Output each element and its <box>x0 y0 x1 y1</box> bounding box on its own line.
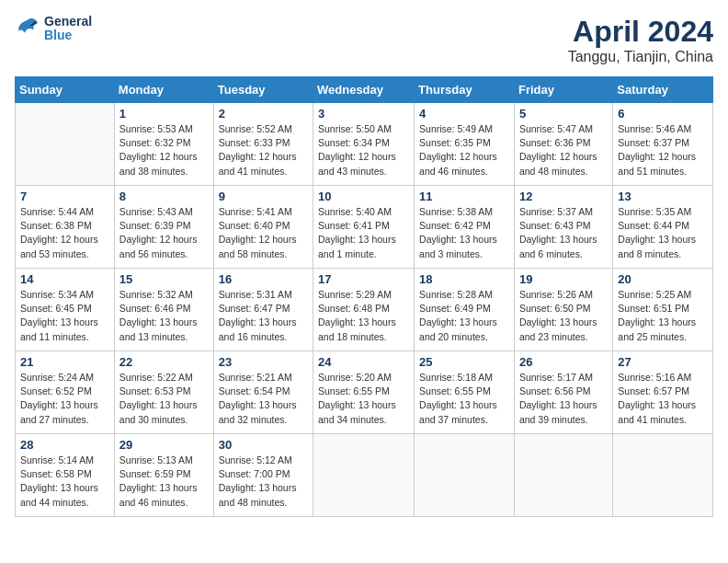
day-number: 5 <box>519 107 608 121</box>
calendar-cell: 8Sunrise: 5:43 AMSunset: 6:39 PMDaylight… <box>114 186 213 269</box>
day-info: Sunrise: 5:44 AMSunset: 6:38 PMDaylight:… <box>20 205 109 261</box>
day-number: 4 <box>419 107 509 121</box>
page-title: April 2024 <box>568 15 713 49</box>
day-info: Sunrise: 5:29 AMSunset: 6:48 PMDaylight:… <box>318 288 409 344</box>
calendar-cell: 27Sunrise: 5:16 AMSunset: 6:57 PMDayligh… <box>613 351 713 434</box>
calendar-cell <box>514 434 612 517</box>
day-number: 26 <box>519 355 608 369</box>
week-row-4: 21Sunrise: 5:24 AMSunset: 6:52 PMDayligh… <box>16 351 713 434</box>
calendar-cell: 28Sunrise: 5:14 AMSunset: 6:58 PMDayligh… <box>16 434 115 517</box>
day-info: Sunrise: 5:38 AMSunset: 6:42 PMDaylight:… <box>419 205 509 261</box>
day-info: Sunrise: 5:52 AMSunset: 6:33 PMDaylight:… <box>219 122 308 178</box>
day-number: 17 <box>318 272 409 286</box>
logo-blue: Blue <box>44 29 92 42</box>
day-number: 25 <box>419 355 509 369</box>
calendar-cell: 3Sunrise: 5:50 AMSunset: 6:34 PMDaylight… <box>313 103 415 186</box>
day-info: Sunrise: 5:25 AMSunset: 6:51 PMDaylight:… <box>618 288 708 344</box>
day-info: Sunrise: 5:16 AMSunset: 6:57 PMDaylight:… <box>618 371 708 427</box>
week-row-2: 7Sunrise: 5:44 AMSunset: 6:38 PMDaylight… <box>16 186 713 269</box>
page-subtitle: Tanggu, Tianjin, China <box>568 49 713 65</box>
day-number: 2 <box>219 107 308 121</box>
calendar-cell: 25Sunrise: 5:18 AMSunset: 6:55 PMDayligh… <box>415 351 515 434</box>
day-number: 21 <box>20 355 109 369</box>
calendar-cell: 17Sunrise: 5:29 AMSunset: 6:48 PMDayligh… <box>313 269 415 351</box>
weekday-header-tuesday: Tuesday <box>213 77 313 103</box>
calendar-cell: 6Sunrise: 5:46 AMSunset: 6:37 PMDaylight… <box>613 103 713 186</box>
week-row-5: 28Sunrise: 5:14 AMSunset: 6:58 PMDayligh… <box>16 434 713 517</box>
logo-bird-icon <box>15 16 40 41</box>
weekday-header-saturday: Saturday <box>613 77 713 103</box>
weekday-header-thursday: Thursday <box>415 77 515 103</box>
day-number: 27 <box>618 355 708 369</box>
calendar-cell: 14Sunrise: 5:34 AMSunset: 6:45 PMDayligh… <box>16 269 115 351</box>
day-info: Sunrise: 5:47 AMSunset: 6:36 PMDaylight:… <box>519 122 608 178</box>
calendar-table: SundayMondayTuesdayWednesdayThursdayFrid… <box>15 76 713 517</box>
day-info: Sunrise: 5:18 AMSunset: 6:55 PMDaylight:… <box>419 371 509 427</box>
calendar-cell: 22Sunrise: 5:22 AMSunset: 6:53 PMDayligh… <box>114 351 213 434</box>
day-info: Sunrise: 5:28 AMSunset: 6:49 PMDaylight:… <box>419 288 509 344</box>
calendar-cell: 19Sunrise: 5:26 AMSunset: 6:50 PMDayligh… <box>514 269 612 351</box>
day-number: 12 <box>519 190 608 203</box>
calendar-cell: 2Sunrise: 5:52 AMSunset: 6:33 PMDaylight… <box>213 103 313 186</box>
logo: General Blue <box>15 15 92 43</box>
calendar-cell <box>16 103 115 186</box>
weekday-header-wednesday: Wednesday <box>313 77 415 103</box>
day-info: Sunrise: 5:22 AMSunset: 6:53 PMDaylight:… <box>119 371 209 427</box>
day-info: Sunrise: 5:21 AMSunset: 6:54 PMDaylight:… <box>219 371 308 427</box>
day-info: Sunrise: 5:53 AMSunset: 6:32 PMDaylight:… <box>119 122 209 178</box>
day-info: Sunrise: 5:49 AMSunset: 6:35 PMDaylight:… <box>419 122 509 178</box>
day-number: 16 <box>219 272 308 286</box>
calendar-cell: 10Sunrise: 5:40 AMSunset: 6:41 PMDayligh… <box>313 186 415 269</box>
calendar-cell: 5Sunrise: 5:47 AMSunset: 6:36 PMDaylight… <box>514 103 612 186</box>
day-number: 6 <box>618 107 708 121</box>
calendar-cell: 30Sunrise: 5:12 AMSunset: 7:00 PMDayligh… <box>213 434 313 517</box>
day-info: Sunrise: 5:43 AMSunset: 6:39 PMDaylight:… <box>119 205 209 261</box>
calendar-cell: 1Sunrise: 5:53 AMSunset: 6:32 PMDaylight… <box>114 103 213 186</box>
day-number: 24 <box>318 355 409 369</box>
weekday-header-monday: Monday <box>114 77 213 103</box>
day-number: 13 <box>618 190 708 203</box>
day-number: 3 <box>318 107 409 121</box>
day-number: 18 <box>419 272 509 286</box>
day-info: Sunrise: 5:31 AMSunset: 6:47 PMDaylight:… <box>219 288 308 344</box>
day-number: 9 <box>219 190 308 203</box>
calendar-cell: 7Sunrise: 5:44 AMSunset: 6:38 PMDaylight… <box>16 186 115 269</box>
day-info: Sunrise: 5:14 AMSunset: 6:58 PMDaylight:… <box>20 454 109 510</box>
day-info: Sunrise: 5:17 AMSunset: 6:56 PMDaylight:… <box>519 371 608 427</box>
day-number: 15 <box>119 272 209 286</box>
day-info: Sunrise: 5:26 AMSunset: 6:50 PMDaylight:… <box>519 288 608 344</box>
calendar-cell <box>313 434 415 517</box>
day-info: Sunrise: 5:50 AMSunset: 6:34 PMDaylight:… <box>318 122 409 178</box>
calendar-cell: 18Sunrise: 5:28 AMSunset: 6:49 PMDayligh… <box>415 269 515 351</box>
calendar-cell: 23Sunrise: 5:21 AMSunset: 6:54 PMDayligh… <box>213 351 313 434</box>
page-header: General Blue April 2024 Tanggu, Tianjin,… <box>15 15 713 65</box>
day-info: Sunrise: 5:20 AMSunset: 6:55 PMDaylight:… <box>318 371 409 427</box>
day-info: Sunrise: 5:40 AMSunset: 6:41 PMDaylight:… <box>318 205 409 261</box>
day-number: 30 <box>219 438 308 452</box>
weekday-header-sunday: Sunday <box>16 77 115 103</box>
title-block: April 2024 Tanggu, Tianjin, China <box>568 15 713 65</box>
day-number: 19 <box>519 272 608 286</box>
week-row-1: 1Sunrise: 5:53 AMSunset: 6:32 PMDaylight… <box>16 103 713 186</box>
day-number: 10 <box>318 190 409 203</box>
day-number: 23 <box>219 355 308 369</box>
day-info: Sunrise: 5:34 AMSunset: 6:45 PMDaylight:… <box>20 288 109 344</box>
day-number: 20 <box>618 272 708 286</box>
day-number: 22 <box>119 355 209 369</box>
calendar-cell: 16Sunrise: 5:31 AMSunset: 6:47 PMDayligh… <box>213 269 313 351</box>
calendar-cell: 4Sunrise: 5:49 AMSunset: 6:35 PMDaylight… <box>415 103 515 186</box>
calendar-cell: 13Sunrise: 5:35 AMSunset: 6:44 PMDayligh… <box>613 186 713 269</box>
calendar-cell: 9Sunrise: 5:41 AMSunset: 6:40 PMDaylight… <box>213 186 313 269</box>
day-info: Sunrise: 5:46 AMSunset: 6:37 PMDaylight:… <box>618 122 708 178</box>
day-info: Sunrise: 5:13 AMSunset: 6:59 PMDaylight:… <box>119 454 209 510</box>
day-info: Sunrise: 5:24 AMSunset: 6:52 PMDaylight:… <box>20 371 109 427</box>
calendar-cell <box>415 434 515 517</box>
day-info: Sunrise: 5:12 AMSunset: 7:00 PMDaylight:… <box>219 454 308 510</box>
day-number: 14 <box>20 272 109 286</box>
day-number: 8 <box>119 190 209 203</box>
day-number: 1 <box>119 107 209 121</box>
day-info: Sunrise: 5:35 AMSunset: 6:44 PMDaylight:… <box>618 205 708 261</box>
weekday-header-row: SundayMondayTuesdayWednesdayThursdayFrid… <box>16 77 713 103</box>
calendar-cell: 15Sunrise: 5:32 AMSunset: 6:46 PMDayligh… <box>114 269 213 351</box>
calendar-cell: 20Sunrise: 5:25 AMSunset: 6:51 PMDayligh… <box>613 269 713 351</box>
